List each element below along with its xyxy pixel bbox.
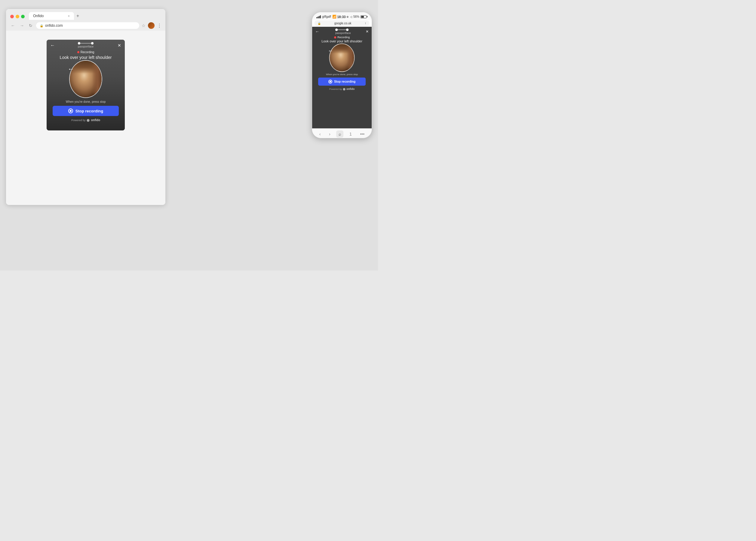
browser-navigation: ← → ↻ 🔒 onfido.com ☆ ⋮ [6,20,165,31]
stop-button-label: Stop recording [75,109,103,113]
mobile-instruction-title: Look over your left shoulder [321,39,362,43]
bar-3 [319,16,320,18]
back-button[interactable]: ← [10,23,16,29]
mobile-progress-steps: passport face [335,29,349,35]
mobile-stop-button-label: Stop recording [334,80,355,83]
tab-close-icon[interactable]: × [68,14,70,18]
signal-bars [316,15,321,18]
battery-fill [361,16,364,18]
location-icon: ⊕ [346,15,349,18]
mobile-recording-dot [334,36,336,38]
mobile-share-icon[interactable]: ↑ [365,22,366,25]
done-instruction-text: When you're done, press stop [66,100,106,103]
mobile-step-label-passport: passport [335,32,346,35]
progress-steps: passport face [78,42,94,48]
step-dot-passport [78,42,80,45]
step-label-passport: passport [78,45,88,48]
mobile-bottom-bar: ‹ › ⌕ 1 ••• [312,128,372,138]
instruction-title: Look over your left shoulder [60,55,112,60]
traffic-light-green[interactable] [21,15,25,18]
onfido-brand-name: onfido [91,118,100,122]
browser-titlebar: Onfido × + [6,9,165,20]
traffic-light-yellow[interactable] [16,15,19,18]
battery-indicator [361,15,367,18]
mobile-face-camera-view: ← [325,44,358,71]
tab-title: Onfido [33,14,44,18]
browser-window: Onfido × + ← → ↻ 🔒 onfido.com ☆ ⋮ [6,9,165,205]
onfido-circle-logo: ⬤ [87,119,90,122]
mobile-url: google.co.uk [334,22,352,25]
page-background: Onfido × + ← → ↻ 🔒 onfido.com ☆ ⋮ [0,0,378,270]
battery-tip [367,16,367,17]
stop-square [70,110,72,112]
mobile-direction-arrow: ← [328,48,333,54]
browser-body: ← passport face ✕ [6,31,165,205]
face-camera-view: ← [65,61,107,97]
forward-button[interactable]: → [19,23,25,29]
face-inner [70,61,102,97]
mobile-back-button[interactable]: ← [315,29,319,34]
direction-arrow-left: ← [68,65,74,73]
signal-icon: ◁ [350,15,352,18]
mobile-onfido-logo-dot: ⬤ [343,88,346,91]
mobile-address-bar[interactable]: 🔒 google.co.uk ↑ [315,20,369,26]
mobile-time: 18:33 [337,15,346,19]
mobile-search-nav[interactable]: ⌕ [336,131,343,138]
lock-icon: 🔒 [40,24,43,27]
mobile-more-nav[interactable]: ••• [358,131,367,138]
onfido-desktop-widget: ← passport face ✕ [47,40,125,131]
refresh-button[interactable]: ↻ [28,23,34,29]
recording-indicator: Recording [77,51,94,54]
mobile-recording-indicator: Recording [334,36,350,39]
mobile-back-nav[interactable]: ‹ [317,131,323,138]
mobile-recording-text: Recording [337,36,350,39]
mobile-onfido-widget: ← passport face ✕ [312,27,372,128]
traffic-light-red[interactable] [10,15,14,18]
stop-recording-button[interactable]: Stop recording [53,106,119,116]
wifi-icon: 📶 [332,15,337,19]
mobile-close-button[interactable]: ✕ [366,29,369,34]
recording-dot [77,51,79,53]
url-text: onfido.com [45,23,63,28]
browser-tab-active[interactable]: Onfido × [29,12,74,20]
mobile-device: giffgaff 📶 18:33 ⊕ ◁ 56% 🔒 google.co.uk … [312,12,372,138]
mobile-step-label-face: face [346,32,351,35]
stop-icon [68,109,73,113]
widget-close-button[interactable]: ✕ [118,43,121,48]
mobile-tabs-nav[interactable]: 1 [347,131,354,138]
mobile-stop-recording-button[interactable]: Stop recording [318,78,366,86]
hair-side [92,64,102,94]
new-tab-button[interactable]: + [74,11,81,20]
powered-by-text: Powered by [71,119,86,122]
bar-1 [316,17,317,18]
mobile-stop-square [330,81,331,82]
step-connector [80,43,91,44]
widget-back-button[interactable]: ← [50,43,55,48]
bar-2 [318,17,318,18]
address-bar[interactable]: 🔒 onfido.com [36,22,139,29]
mobile-step-connector [338,29,346,30]
mobile-powered-by-text: Powered by [329,88,342,91]
mobile-step-dot-face [346,29,349,31]
step-label-face: face [88,45,94,48]
mobile-powered-by: Powered by ⬤ onfido [329,88,355,91]
mobile-forward-nav[interactable]: › [327,131,333,138]
battery-pct: 56% [353,15,359,18]
recording-text: Recording [81,51,94,54]
widget-header: ← passport face ✕ [47,40,125,50]
mobile-statusbar: giffgaff 📶 18:33 ⊕ ◁ 56% [312,12,372,20]
mobile-content: ← passport face ✕ [312,27,372,128]
mobile-face-inner [330,44,354,72]
powered-by: Powered by ⬤ onfido [71,118,100,122]
menu-icon[interactable]: ⋮ [157,23,162,29]
mobile-lock-icon: 🔒 [318,22,321,25]
mobile-widget-header: ← passport face ✕ [312,27,372,35]
mobile-stop-icon [328,80,332,84]
mobile-hair-side [347,47,354,69]
bar-4 [320,15,321,18]
bookmark-icon[interactable]: ☆ [142,23,146,28]
profile-icon[interactable] [148,22,155,29]
mobile-status-right: ⊕ ◁ 56% [346,15,367,18]
mobile-done-text: When you're done, press stop [326,73,358,76]
new-tab-icon[interactable]: + [76,13,79,19]
